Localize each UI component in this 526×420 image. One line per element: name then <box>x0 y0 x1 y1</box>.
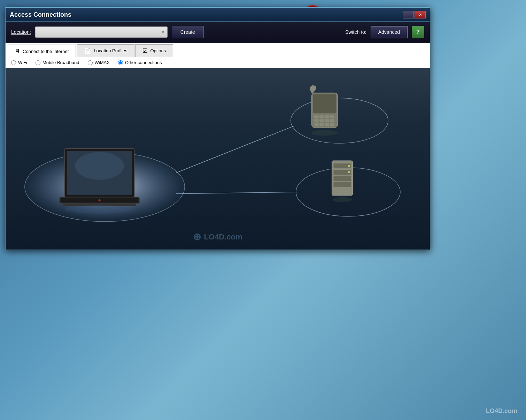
desktop-lo4d-watermark: LO4D.com <box>486 407 517 415</box>
other-label: Other connections <box>125 60 162 65</box>
svg-rect-16 <box>320 115 324 118</box>
svg-rect-18 <box>330 115 334 118</box>
title-bar-left: Access Connections <box>10 11 71 18</box>
lo4d-watermark: ⊕ LO4D.com <box>193 231 242 243</box>
tab-connect[interactable]: 🖥 Connect to the Internet <box>7 45 76 57</box>
tab-connect-label: Connect to the Internet <box>23 49 69 54</box>
connection-type-bar: WiFi Mobile Broadband WiMAX Other connec… <box>6 57 430 68</box>
svg-rect-14 <box>313 94 337 113</box>
minimize-button[interactable]: — <box>403 11 414 18</box>
switch-to-label: Switch to: <box>345 29 366 35</box>
mobile-radio[interactable] <box>36 60 40 65</box>
help-button[interactable]: ? <box>412 26 424 38</box>
svg-line-3 <box>176 126 294 173</box>
location-label: Location: <box>11 29 31 35</box>
location-dropdown[interactable] <box>35 26 168 38</box>
svg-rect-32 <box>333 182 351 187</box>
svg-rect-20 <box>320 119 324 122</box>
svg-rect-21 <box>325 119 329 122</box>
close-button[interactable]: ✕ <box>415 11 426 18</box>
mobile-broadband-option[interactable]: Mobile Broadband <box>36 60 79 65</box>
tab-options-label: Options <box>150 48 166 53</box>
svg-rect-25 <box>325 123 329 126</box>
svg-point-27 <box>311 130 338 136</box>
wimax-radio[interactable] <box>88 60 93 65</box>
tab-profiles[interactable]: 📄 Location Profiles <box>77 44 134 57</box>
svg-rect-19 <box>315 119 319 122</box>
tab-options[interactable]: ☑ Options <box>135 44 173 57</box>
network-connections-svg <box>6 68 430 250</box>
svg-point-34 <box>348 171 350 173</box>
checkbox-icon: ☑ <box>142 47 147 54</box>
svg-point-1 <box>291 98 388 143</box>
svg-rect-31 <box>333 176 351 181</box>
network-diagram-area: ⊕ LO4D.com <box>6 68 430 250</box>
monitor-icon: 🖥 <box>14 48 20 54</box>
svg-rect-17 <box>325 115 329 118</box>
wifi-option[interactable]: WiFi <box>11 60 27 65</box>
main-window: Access Connections — ✕ Location: ▼ Creat… <box>5 7 430 250</box>
title-bar-controls: — ✕ <box>403 11 426 18</box>
svg-point-10 <box>99 199 101 201</box>
location-dropdown-wrapper: ▼ <box>35 26 168 38</box>
svg-line-4 <box>176 192 297 194</box>
mobile-label: Mobile Broadband <box>42 60 79 65</box>
svg-rect-22 <box>330 119 334 122</box>
create-button[interactable]: Create <box>172 26 204 38</box>
window-title: Access Connections <box>10 11 71 18</box>
svg-rect-26 <box>330 123 334 126</box>
other-radio[interactable] <box>118 60 123 65</box>
svg-point-35 <box>332 197 352 202</box>
advanced-button[interactable]: Advanced <box>371 26 408 38</box>
wifi-label: WiFi <box>18 60 27 65</box>
toolbar: Location: ▼ Create Switch to: Advanced ? <box>6 22 430 43</box>
title-bar: Access Connections — ✕ <box>6 8 430 22</box>
folder-icon: 📄 <box>84 47 91 54</box>
svg-rect-15 <box>315 115 319 118</box>
wifi-radio[interactable] <box>11 60 16 65</box>
svg-point-12 <box>65 205 134 214</box>
wimax-option[interactable]: WiMAX <box>88 60 110 65</box>
watermark-logo-icon: ⊕ <box>193 231 201 243</box>
tabs-bar: 🖥 Connect to the Internet 📄 Location Pro… <box>6 43 430 57</box>
other-connections-option[interactable]: Other connections <box>118 60 162 65</box>
svg-point-33 <box>348 165 350 167</box>
svg-point-7 <box>75 152 124 180</box>
wimax-label: WiMAX <box>95 60 110 65</box>
svg-rect-23 <box>315 123 319 126</box>
svg-rect-24 <box>320 123 324 126</box>
watermark-text: LO4D.com <box>204 232 242 242</box>
tab-profiles-label: Location Profiles <box>94 48 127 53</box>
